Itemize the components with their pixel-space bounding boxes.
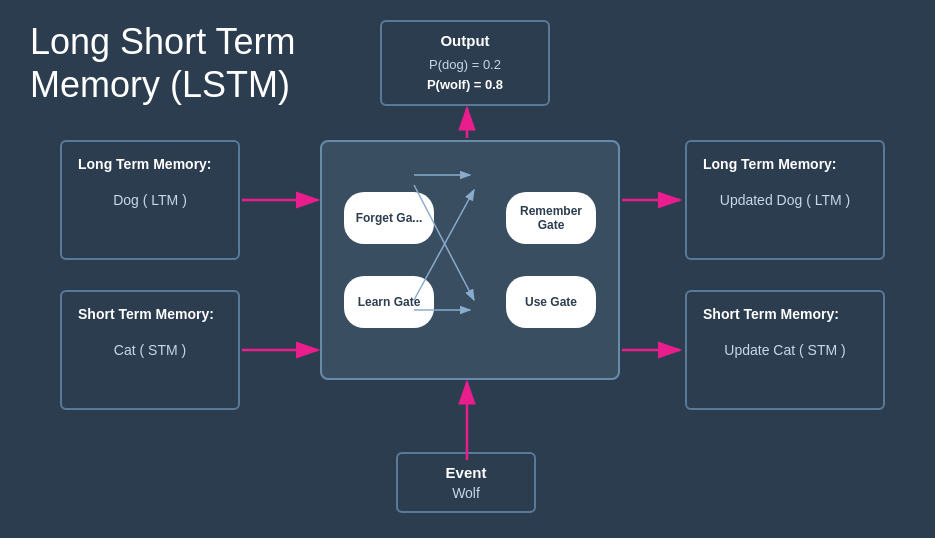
stm-right-box: Short Term Memory: Update Cat ( STM ) <box>685 290 885 410</box>
use-gate: Use Gate <box>506 276 596 328</box>
event-content: Wolf <box>412 485 520 501</box>
ltm-left-title: Long Term Memory: <box>78 156 222 172</box>
ltm-left-content: Dog ( LTM ) <box>78 192 222 208</box>
learn-gate: Learn Gate <box>344 276 434 328</box>
output-box: Output P(dog) = 0.2 P(wolf) = 0.8 <box>380 20 550 106</box>
output-title: Output <box>396 32 534 49</box>
output-prob2: P(wolf) = 0.8 <box>396 75 534 95</box>
page-title: Long Short Term Memory (LSTM) <box>30 20 295 106</box>
ltm-left-box: Long Term Memory: Dog ( LTM ) <box>60 140 240 260</box>
forget-gate: Forget Ga... <box>344 192 434 244</box>
remember-gate: Remember Gate <box>506 192 596 244</box>
stm-right-content: Update Cat ( STM ) <box>703 342 867 358</box>
stm-right-title: Short Term Memory: <box>703 306 867 322</box>
ltm-right-content: Updated Dog ( LTM ) <box>703 192 867 208</box>
stm-left-title: Short Term Memory: <box>78 306 222 322</box>
output-prob1: P(dog) = 0.2 <box>396 55 534 75</box>
stm-left-content: Cat ( STM ) <box>78 342 222 358</box>
lstm-center-box: Forget Ga... Remember Gate Learn Gate Us… <box>320 140 620 380</box>
stm-left-box: Short Term Memory: Cat ( STM ) <box>60 290 240 410</box>
ltm-right-title: Long Term Memory: <box>703 156 867 172</box>
ltm-right-box: Long Term Memory: Updated Dog ( LTM ) <box>685 140 885 260</box>
event-box: Event Wolf <box>396 452 536 513</box>
event-title: Event <box>412 464 520 481</box>
